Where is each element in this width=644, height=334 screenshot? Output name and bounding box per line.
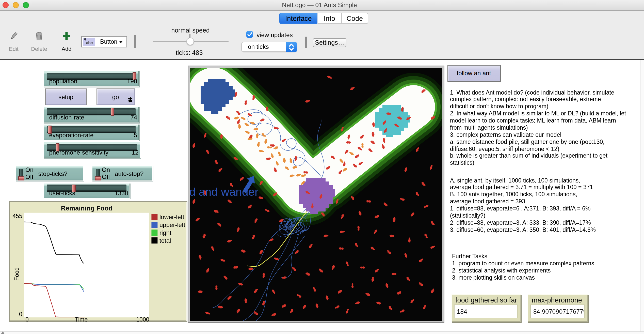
svg-text:total: total <box>159 237 171 244</box>
svg-text:0: 0 <box>19 311 22 317</box>
svg-text:455: 455 <box>12 212 22 219</box>
svg-text:0: 0 <box>25 316 29 322</box>
svg-text:Food: Food <box>13 267 20 281</box>
svg-text:1000: 1000 <box>136 316 149 322</box>
svg-text:right: right <box>159 229 171 236</box>
svg-text:od and wander: od and wander <box>190 185 259 198</box>
svg-text:upper-left: upper-left <box>159 221 185 228</box>
svg-text:Time: Time <box>75 316 88 322</box>
svg-text:lower-left: lower-left <box>159 213 184 220</box>
